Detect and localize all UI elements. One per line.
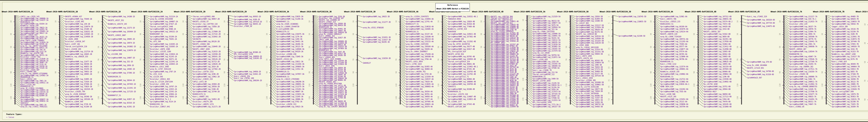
reference-map-set-name: Wheat-2018-NAM5-Berkut-x-PI382150 — [436, 8, 470, 10]
map-title[interactable]: Wheat-2018-NAM5-BxPI382150_3B — [300, 10, 332, 13]
map-track-5D: Wheat-2018-NAM5-BxPI382150_5D15913172125… — [600, 10, 644, 115]
map-track-6A: Wheat-2018-NAM5-BxPI382150_6A10305070901… — [642, 10, 686, 115]
connector-lines — [472, 15, 514, 116]
map-track-2B: Wheat-2018-NAM5-BxPI382150_2B10305070901… — [174, 10, 218, 115]
map-track-6B: Wheat-2018-NAM5-BxPI382150_6B10305070901… — [685, 10, 729, 115]
connector-lines — [771, 15, 812, 116]
connector-lines — [600, 15, 641, 116]
reference-box: Reference Wheat-2018-NAM5-Berkut-x-PI382… — [435, 3, 470, 12]
map-track-4A: Wheat-2018-NAM5-BxPI382150_4A10305070901… — [387, 10, 431, 115]
connector-lines — [89, 15, 131, 116]
map-track-2A: Wheat-2018-NAM5-BxPI382150_2A10305070901… — [131, 10, 176, 115]
connector-lines — [557, 15, 599, 116]
map-title[interactable]: Wheat-2018-NAM5-BxPI382150_5B — [557, 10, 588, 13]
map-title[interactable]: Wheat-2018-NAM5-BxPI382150_1D — [89, 10, 121, 13]
map-title[interactable]: Wheat-2018-NAM5-BxPI382150_6A — [642, 10, 673, 13]
map-track-6D: Wheat-2018-NAM5-BxPI382150_6D10305070901… — [728, 10, 773, 115]
map-title[interactable]: Wheat-2018-NAM5-BxPI382150_7D — [856, 10, 868, 13]
connector-lines — [728, 15, 770, 116]
map-track-7A: Wheat-2018-NAM5-BxPI382150_7A10305070901… — [771, 10, 815, 115]
connector-lines — [387, 15, 429, 116]
map-track-5B: Wheat-2018-NAM5-BxPI382150_5B10305070901… — [557, 10, 601, 115]
cmap-page: Wheat-2018-NAM5-BxPI382150_1A10305070901… — [0, 0, 868, 122]
legend-item-label: locus — [8, 116, 14, 118]
connector-lines — [215, 15, 257, 116]
map-track-2D: Wheat-2018-NAM5-BxPI382150_2D10305070901… — [215, 10, 260, 115]
map-title[interactable]: Wheat-2018-NAM5-BxPI382150_4A — [387, 10, 418, 13]
map-title[interactable]: Wheat-2018-NAM5-BxPI382150_5D — [600, 10, 631, 13]
map-track-3D: Wheat-2018-NAM5-BxPI382150_3D10305070901… — [344, 10, 389, 115]
connector-lines — [174, 15, 216, 116]
legend-title: Feature Types: — [6, 113, 22, 115]
map-track-1D: Wheat-2018-NAM5-BxPI382150_1D10305070901… — [89, 10, 134, 115]
map-title[interactable]: Wheat-2018-NAM5-BxPI382150_6B — [685, 10, 716, 13]
connector-lines — [258, 15, 299, 116]
connector-lines — [429, 15, 471, 116]
connector-lines — [344, 15, 386, 116]
map-track-7D: Wheat-2018-NAM5-BxPI382150_7D1030507090S… — [856, 10, 868, 115]
map-title[interactable]: Wheat-2018-NAM5-BxPI382150_3A — [258, 10, 289, 13]
map-title[interactable]: Wheat-2018-NAM5-BxPI382150_3D — [344, 10, 375, 13]
connector-lines — [642, 15, 683, 116]
map-title[interactable]: Wheat-2018-NAM5-BxPI382150_5A — [514, 10, 545, 13]
connector-lines — [131, 15, 173, 116]
connector-lines — [813, 15, 855, 116]
connector-lines — [685, 15, 726, 116]
map-track-4D: Wheat-2018-NAM5-BxPI382150_4D10305070901… — [472, 10, 517, 115]
connector-lines — [2, 15, 43, 116]
map-title[interactable]: Wheat-2018-NAM5-BxPI382150_6D — [728, 10, 760, 13]
map-title[interactable]: Wheat-2018-NAM5-BxPI382150_1A — [2, 10, 33, 13]
map-track-4B: Wheat-2018-NAM5-BxPI382150_4B10305070901… — [429, 10, 473, 115]
connector-lines — [514, 15, 556, 116]
connector-lines — [46, 15, 88, 116]
map-track-5A: Wheat-2018-NAM5-BxPI382150_5A10305070901… — [514, 10, 558, 115]
map-title[interactable]: Wheat-2018-NAM5-BxPI382150_2A — [131, 10, 162, 13]
locus-dash-icon: — — [6, 116, 7, 118]
map-track-3B: Wheat-2018-NAM5-BxPI382150_3B10305070901… — [300, 10, 345, 115]
connector-lines — [856, 15, 868, 116]
map-title[interactable]: Wheat-2018-NAM5-BxPI382150_7A — [771, 10, 802, 13]
map-track-7B: Wheat-2018-NAM5-BxPI382150_7B10305070901… — [813, 10, 858, 115]
map-title[interactable]: Wheat-2018-NAM5-BxPI382150_1B — [46, 10, 78, 13]
map-title[interactable]: Wheat-2018-NAM5-BxPI382150_2D — [215, 10, 247, 13]
connector-lines — [300, 15, 342, 116]
reference-title: Reference — [436, 4, 470, 6]
legend-item-locus: —locus — [6, 116, 14, 118]
map-title[interactable]: Wheat-2018-NAM5-BxPI382150_7B — [813, 10, 844, 13]
map-title[interactable]: Wheat-2018-NAM5-BxPI382150_2B — [174, 10, 205, 13]
map-title[interactable]: Wheat-2018-NAM5-BxPI382150_4D — [472, 10, 503, 13]
feature-types-legend: Feature Types: —locus — [2, 112, 868, 120]
map-track-3A: Wheat-2018-NAM5-BxPI382150_3A10305070901… — [258, 10, 302, 115]
map-track-1A: Wheat-2018-NAM5-BxPI382150_1A10305070901… — [2, 10, 46, 115]
map-track-1B: Wheat-2018-NAM5-BxPI382150_1B10305070901… — [46, 10, 91, 115]
